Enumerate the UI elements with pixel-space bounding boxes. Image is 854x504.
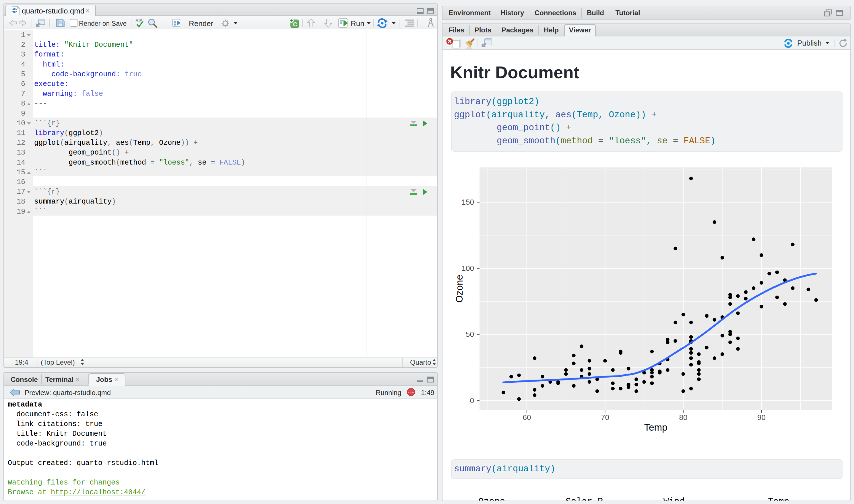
svg-text:100: 100 [462, 264, 474, 273]
svg-text:90: 90 [757, 413, 766, 422]
svg-text:150: 150 [462, 198, 474, 206]
svg-text:60: 60 [523, 413, 531, 422]
svg-text:C: C [293, 21, 297, 28]
svg-text:80: 80 [679, 413, 687, 422]
svg-text:Temp: Temp [644, 422, 667, 433]
svg-text:0: 0 [470, 396, 474, 405]
svg-text:Ozone: Ozone [454, 275, 465, 303]
svg-text:STOP: STOP [408, 391, 414, 394]
svg-text:50: 50 [466, 330, 474, 339]
svg-text:70: 70 [601, 413, 609, 422]
